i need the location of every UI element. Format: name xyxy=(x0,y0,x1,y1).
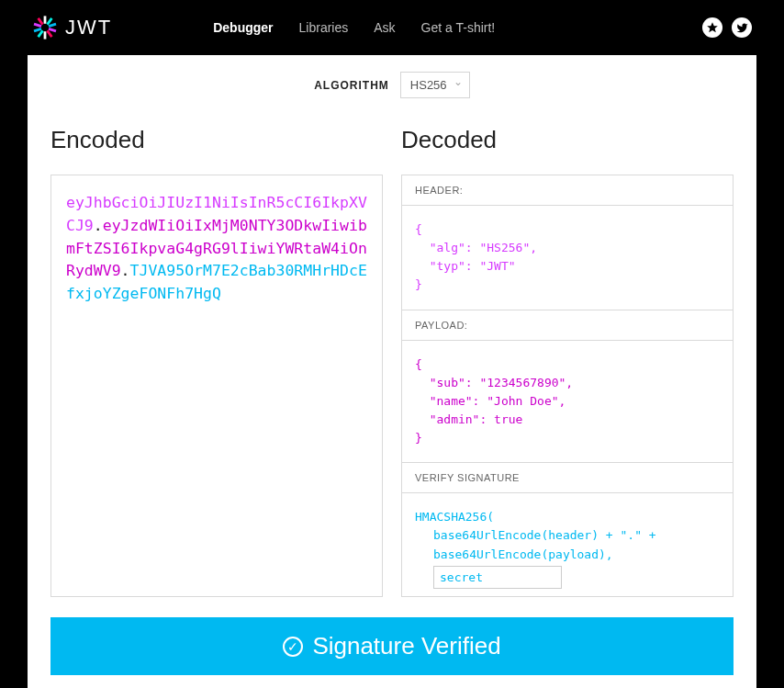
header-section: HEADER: { "alg": "HS256", "typ": "JWT" } xyxy=(402,175,733,310)
header-json[interactable]: { "alg": "HS256", "typ": "JWT" } xyxy=(402,206,733,310)
twitter-icon[interactable] xyxy=(732,17,752,38)
encoded-heading: Encoded xyxy=(50,126,383,154)
nav-debugger[interactable]: Debugger xyxy=(213,20,273,35)
svg-rect-0 xyxy=(44,16,47,23)
nav-tshirt[interactable]: Get a T-shirt! xyxy=(421,20,496,35)
star-icon[interactable] xyxy=(702,17,722,38)
token-dot: . xyxy=(121,262,130,279)
nav-ask[interactable]: Ask xyxy=(374,20,395,35)
decoded-heading: Decoded xyxy=(401,126,734,154)
sig-fn-close: ) xyxy=(415,594,422,597)
payload-section: PAYLOAD: { "sub": "1234567890", "name": … xyxy=(402,310,733,464)
payload-section-label: PAYLOAD: xyxy=(402,310,733,341)
svg-rect-1 xyxy=(44,31,47,39)
secret-input[interactable] xyxy=(433,566,562,589)
check-icon: ✓ xyxy=(283,637,303,657)
algorithm-row: ALGORITHM HS256 xyxy=(50,72,734,98)
main-nav: Debugger Libraries Ask Get a T-shirt! xyxy=(213,20,495,35)
main-content: ALGORITHM HS256 Encoded eyJhbGciOiJIUzI1… xyxy=(28,55,756,688)
brand-logo[interactable]: JWT xyxy=(32,15,112,40)
nav-libraries[interactable]: Libraries xyxy=(299,20,349,35)
signature-verified-bar: ✓ Signature Verified xyxy=(50,617,734,675)
signature-body: HMACSHA256( base64UrlEncode(header) + ".… xyxy=(402,493,733,597)
sig-line-1: base64UrlEncode(header) + "." + xyxy=(415,526,720,545)
payload-json[interactable]: { "sub": "1234567890", "name": "John Doe… xyxy=(402,341,733,463)
algorithm-select[interactable]: HS256 xyxy=(400,72,470,98)
signature-section: VERIFY SIGNATURE HMACSHA256( base64UrlEn… xyxy=(402,463,733,597)
decoded-column: Decoded HEADER: { "alg": "HS256", "typ":… xyxy=(401,126,734,597)
encoded-column: Encoded eyJhbGciOiJIUzI1NiIsInR5cCI6IkpX… xyxy=(50,126,383,597)
decoded-box: HEADER: { "alg": "HS256", "typ": "JWT" }… xyxy=(401,175,734,597)
secret-base64-label: secret base64 encoded xyxy=(442,594,592,597)
signature-verified-text: Signature Verified xyxy=(312,632,500,660)
sig-fn-open: HMACSHA256( xyxy=(415,508,720,526)
header-section-label: HEADER: xyxy=(402,175,733,206)
social-links xyxy=(702,17,752,38)
signature-section-label: VERIFY SIGNATURE xyxy=(402,463,733,493)
top-navbar: JWT Debugger Libraries Ask Get a T-shirt… xyxy=(28,0,756,55)
brand-text: JWT xyxy=(65,16,112,39)
sig-line-2: base64UrlEncode(payload), xyxy=(415,546,720,564)
svg-marker-10 xyxy=(707,22,718,32)
token-dot: . xyxy=(94,217,103,234)
jwt-logo-icon xyxy=(32,15,58,40)
algorithm-label: ALGORITHM xyxy=(314,79,389,92)
encoded-token-box[interactable]: eyJhbGciOiJIUzI1NiIsInR5cCI6IkpXVCJ9.eyJ… xyxy=(50,175,383,597)
